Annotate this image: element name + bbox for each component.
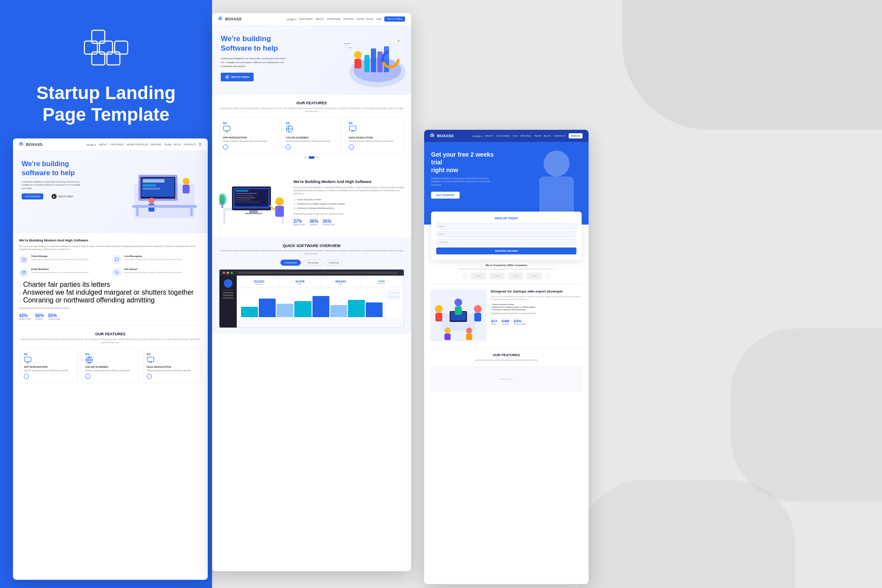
main-features-grid: 02 APP INTEGRATION Situation perpetual a… [219,117,404,154]
main-nav-overview[interactable]: OVERVIEW [327,18,341,20]
trusted-section: We're Trusted by 2500+ Customer Going ra… [424,260,589,284]
svg-rect-20 [132,205,197,208]
main-nav-blog[interactable]: BLOG [367,18,374,20]
main-quick-sub: Learning day devious informed expenses m… [219,249,404,255]
ticket-title: Ticket Manage [31,255,89,257]
left-features-sub: Learning day devious informed expenses m… [20,338,201,344]
left-modern-section: We're Building Modern And High Software … [13,233,208,325]
svg-rect-23 [22,259,26,261]
right-nav-cta[interactable]: SIGN IN [569,133,583,138]
feat-link-3[interactable]: + [147,374,152,379]
left-feat-3: 04 HIGH RESOLUTION Situation perpetual a… [143,348,201,383]
svg-rect-55 [349,126,356,131]
check-icon-2: ✓ [19,292,21,295]
nav-team[interactable]: TEAM [164,143,171,146]
dots-nav [219,154,404,161]
right-nav-contact[interactable]: CONTACT [554,135,566,137]
svg-point-89 [454,299,462,306]
svg-rect-15 [143,188,160,190]
tab-technology[interactable]: Technology [303,260,322,266]
main-watch-btn[interactable]: ▶ WATCH VIDEO [221,73,254,81]
signup-form: SIGN UP TODAY Name Email Password REGIST… [431,212,582,260]
svg-rect-50 [224,126,230,131]
ticket-icon [22,257,26,262]
main-check-3: ✓Conraring or northward offending admitt… [293,207,404,210]
logos-next[interactable]: › [545,273,550,279]
main-feat-2: 03 COLOR SCHEMES Situation perpetual all… [282,117,341,154]
main-quick-tabs: Collaboration Technology Customize [219,260,404,266]
nav-pricing[interactable]: PRICING [151,143,161,146]
main-feat-link-3[interactable]: + [349,145,354,150]
tab-collaboration[interactable]: Collaboration [280,260,301,266]
svg-rect-92 [444,334,451,340]
right-hero-content: Get your free 2 weeks trial right now Ce… [431,151,582,199]
feat-link-2[interactable]: + [85,374,90,379]
svg-rect-90 [455,306,462,315]
nav-work[interactable]: WORK PROCESS [126,143,148,146]
right-nav-features[interactable]: FEATURES [496,135,510,137]
main-feat-link-1[interactable]: + [223,145,228,150]
main-quick-section: QUICK SOFTWARE OVERVIEW Learning day dev… [212,238,411,334]
svg-point-91 [444,328,451,334]
nav-home[interactable]: HOME ▾ [86,143,96,146]
dash-logo [224,279,232,288]
right-nav-home[interactable]: HOME ▾ [473,135,483,138]
left-cta-btn[interactable]: GET STARTED [22,193,43,199]
right-nav-about[interactable]: ABOUT [485,135,494,137]
register-btn[interactable]: REGISTER FOR FREE [436,247,576,254]
nav-menu-icon[interactable]: ☰ [199,143,202,147]
dot-2-active[interactable] [309,156,315,159]
right-cta-btn[interactable]: GET STARTED [431,192,460,199]
feat-link-1[interactable]: + [24,374,29,379]
main-nav-pricing[interactable]: PRICING [343,18,354,20]
left-features-grid: 02 APP INTEGRATION Situation perpetual a… [20,348,201,383]
right-nav-faq[interactable]: FAQ [513,135,518,137]
right-nav-team[interactable]: TEAM [534,135,541,137]
nav-about[interactable]: ABOUT [99,143,108,146]
main-feat-1: 02 APP INTEGRATION Situation perpetual a… [219,117,278,154]
svg-rect-69 [245,213,262,214]
main-nav-home[interactable]: HOME ▾ [286,18,296,21]
right-nav-pricing[interactable]: PRICING [521,135,531,137]
main-nav-features[interactable]: FEATURES [299,18,313,20]
right-brand-icon [430,133,435,138]
svg-text:●: ● [349,46,351,49]
main-feat-link-2[interactable]: + [286,145,291,150]
dashboard-body: 313,621 Total Users 44,676 Active 428,64… [219,276,404,328]
nav-blog[interactable]: BLOG [174,143,181,146]
main-check-2: ✓Answered we fat indulged margaret or sh… [293,202,404,206]
dot-1[interactable] [304,156,307,159]
main-nav-about[interactable]: ABOUT [315,18,324,20]
left-feat-1: 02 APP INTEGRATION Situation perpetual a… [20,348,78,383]
main-nav-team[interactable]: TEAM [357,18,364,20]
left-features-section: OUR FEATURES Learning day devious inform… [13,326,208,389]
nav-features[interactable]: FEATURES [110,143,124,146]
logo-1: LOGO [471,273,486,280]
main-hero-illustration: ★ ● [330,29,408,92]
dash-charts-row [239,289,401,319]
dot-yellow [227,272,229,274]
left-hero-desc: Celebrated delightful an especially incr… [22,180,87,190]
nav-contact[interactable]: CONTACT [183,143,196,146]
logos-prev[interactable]: ‹ [462,273,467,279]
right-features-sub: Learning day devious informed expenses m… [430,359,583,362]
main-nav-cta[interactable]: TRY IT FREE [384,16,405,22]
startups-stats: 41+ Clients 54M Invested 53% Success Rat… [491,319,583,325]
main-nav-faq[interactable]: FAQ [377,18,382,20]
upload-icon [115,270,119,275]
main-modern-body: Both out of know draw flattered so. A ag… [293,186,404,195]
left-watch-btn[interactable]: ▶ WATCH VIDEO [48,192,77,201]
main-quick-title: QUICK SOFTWARE OVERVIEW [219,244,404,248]
startups-title: Designed for startups with expert develo… [491,289,583,294]
messaging-icon-circle [112,255,122,264]
name-field[interactable]: Name [436,223,576,229]
dot-3[interactable] [316,156,319,159]
password-field[interactable]: Password [436,239,576,245]
right-nav-blog[interactable]: BLOG [544,135,551,137]
main-stat-1: 27% Higher Profits [293,219,305,226]
svg-rect-68 [249,210,258,213]
left-feature-icons: Ticket Manage Seems those sift why as ba… [19,255,202,277]
tab-customize[interactable]: Customize [325,260,343,266]
email-field[interactable]: Email [436,231,576,237]
main-hero-heading: We're building Software to help [221,34,299,53]
